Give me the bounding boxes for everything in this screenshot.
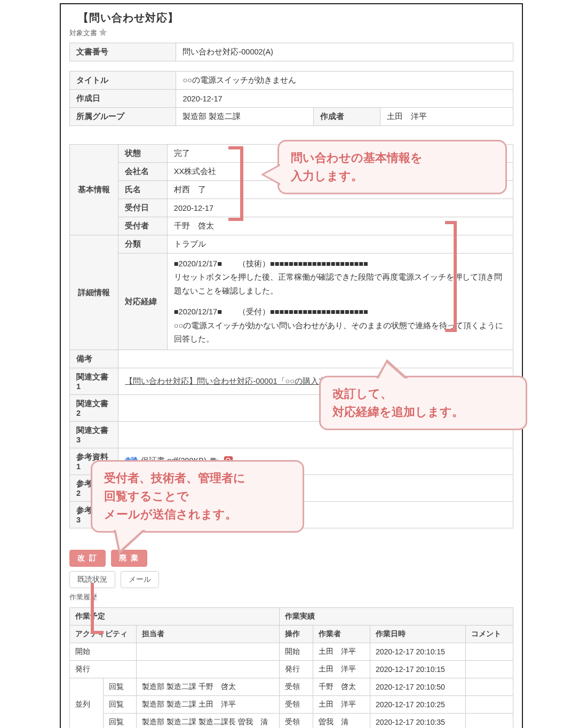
work-result-header: 作業実績 [280, 608, 513, 626]
callout1-line1: 問い合わせの基本情報を [291, 149, 494, 167]
col-datetime: 作業日時 [370, 626, 465, 643]
star-icon[interactable] [98, 27, 108, 38]
meta-author-label: 作成者 [314, 108, 380, 126]
revise-button[interactable]: 改 訂 [69, 550, 106, 567]
rel2-label: 関連文書2 [70, 395, 118, 422]
doc-no-label: 文書番号 [70, 43, 176, 61]
col-assignee: 担当者 [137, 626, 280, 643]
basic-row-3-value: 2020-12-17 [167, 199, 513, 217]
table-row: 発行 発行 土田 洋平 2020-12-17 20:10:15 [70, 661, 513, 678]
basic-row-1-label: 会社名 [118, 163, 167, 181]
row3-comment [465, 696, 513, 714]
basic-row-0-label: 状態 [118, 145, 167, 163]
callout-circulation: 受付者、技術者、管理者に 回覧することで メールが送信されます。 [91, 460, 304, 533]
meta-table: タイトル ○○の電源スイッチが効きません 作成日 2020-12-17 所属グル… [69, 71, 513, 126]
meta-created-value: 2020-12-17 [176, 90, 513, 108]
row-parallel-label: 並列 [70, 678, 104, 728]
doc-number-table: 文書番号 問い合わせ対応-00002(A) [69, 43, 513, 61]
basic-row-4-value: 千野 啓太 [167, 217, 513, 235]
row0-dt: 2020-12-17 20:10:15 [370, 643, 465, 661]
document-panel: 【問い合わせ対応】 対象文書 文書番号 問い合わせ対応-00002(A) タイト… [60, 3, 523, 728]
basic-row-4-label: 受付者 [118, 217, 167, 235]
table-row: 並列 回覧 製造部 製造二課 千野 啓太 受領 千野 啓太 2020-12-17… [70, 678, 513, 696]
callout3-line3: メールが送信されます。 [104, 505, 291, 524]
row4-op: 受領 [280, 714, 313, 728]
mail-button[interactable]: メール [121, 571, 159, 588]
row3-assignee: 製造部 製造二課 土田 洋平 [137, 696, 280, 714]
callout1-line2: 入力します。 [291, 167, 494, 185]
detail-section-label: 詳細情報 [70, 235, 118, 350]
basic-row-2-label: 氏名 [118, 181, 167, 199]
target-doc-label: 対象文書 [69, 28, 97, 38]
table-row: 開始 開始 土田 洋平 2020-12-17 20:10:15 [70, 643, 513, 661]
row2-op: 受領 [280, 678, 313, 696]
table-row: 回覧 製造部 製造二課 製造二課長 曽我 清 受領 曽我 清 2020-12-1… [70, 714, 513, 728]
meta-created-label: 作成日 [70, 90, 176, 108]
row2-sub: 回覧 [103, 678, 137, 696]
callout3-line2: 回覧することで [104, 487, 291, 505]
col-comment: コメント [465, 626, 513, 643]
meta-group-label: 所属グループ [70, 108, 176, 126]
row1-comment [465, 661, 513, 678]
highlight-bracket-detail [445, 221, 457, 332]
rel3-label: 関連文書3 [70, 422, 118, 448]
detail-history-label: 対応経緯 [118, 254, 167, 350]
row0-activity: 開始 [70, 643, 137, 661]
row3-sub: 回覧 [103, 696, 137, 714]
detail-category-label: 分類 [118, 235, 167, 254]
row1-dt: 2020-12-17 20:10:15 [370, 661, 465, 678]
work-table: 作業予定 作業実績 アクティビティ 担当者 操作 作業者 作業日時 コメント 開… [69, 607, 513, 728]
row1-activity: 発行 [70, 661, 137, 678]
row3-op: 受領 [280, 696, 313, 714]
row0-assignee [137, 643, 280, 661]
row1-op: 発行 [280, 661, 313, 678]
row3-dt: 2020-12-17 20:10:25 [370, 696, 465, 714]
rel1-label: 関連文書1 [70, 368, 118, 395]
callout-basic-info: 問い合わせの基本情報を 入力します。 [277, 140, 507, 194]
table-row: 回覧 製造部 製造二課 土田 洋平 受領 土田 洋平 2020-12-17 20… [70, 696, 513, 714]
row2-worker: 千野 啓太 [313, 678, 370, 696]
row0-op: 開始 [280, 643, 313, 661]
row0-worker: 土田 洋平 [313, 643, 370, 661]
basic-section-label: 基本情報 [70, 145, 118, 235]
meta-author-value: 土田 洋平 [380, 108, 513, 126]
row4-comment [465, 714, 513, 728]
callout-revision: 改訂して、 対応経緯を追加します。 [319, 376, 527, 430]
meta-group-value: 製造部 製造二課 [176, 108, 314, 126]
row2-dt: 2020-12-17 20:10:50 [370, 678, 465, 696]
row1-worker: 土田 洋平 [313, 661, 370, 678]
basic-row-3-label: 受付日 [118, 199, 167, 217]
doc-no-value: 問い合わせ対応-00002(A) [176, 43, 513, 61]
row4-sub: 回覧 [103, 714, 137, 728]
row2-comment [465, 678, 513, 696]
row4-dt: 2020-12-17 20:10:35 [370, 714, 465, 728]
row1-assignee [137, 661, 280, 678]
row0-comment [465, 643, 513, 661]
callout2-line1: 改訂して、 [332, 385, 514, 403]
notes-value [118, 350, 513, 368]
notes-label: 備考 [70, 350, 118, 368]
target-doc-row: 対象文書 [69, 27, 513, 38]
meta-title-value: ○○の電源スイッチが効きません [176, 72, 513, 90]
callout3-line1: 受付者、技術者、管理者に [104, 469, 291, 487]
meta-title-label: タイトル [70, 72, 176, 90]
row3-worker: 土田 洋平 [313, 696, 370, 714]
highlight-bracket-basic [228, 146, 243, 221]
detail-history-body: ■2020/12/17■ （技術）■■■■■■■■■■■■■■■■■■■■■ リ… [167, 254, 513, 350]
detail-category-value: トラブル [167, 235, 513, 254]
callout2-line2: 対応経緯を追加します。 [332, 403, 514, 421]
col-op: 操作 [280, 626, 313, 643]
col-worker: 作業者 [313, 626, 370, 643]
work-history-label: 作業履歴 [69, 592, 513, 602]
highlight-bracket-circulation [91, 583, 104, 634]
row4-worker: 曽我 清 [313, 714, 370, 728]
page-title: 【問い合わせ対応】 [78, 11, 513, 25]
row2-assignee: 製造部 製造二課 千野 啓太 [137, 678, 280, 696]
row4-assignee: 製造部 製造二課 製造二課長 曽我 清 [137, 714, 280, 728]
